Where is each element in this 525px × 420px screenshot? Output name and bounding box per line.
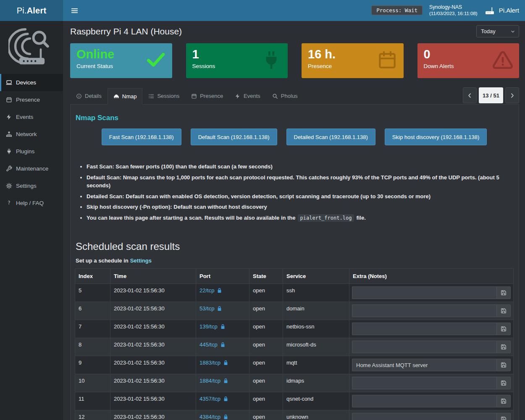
extra-cell (349, 356, 514, 374)
navbar: Process: Wait Synology-NAS (11/03/2023, … (63, 0, 525, 21)
save-note-button[interactable] (496, 395, 511, 407)
user-label: Pi.Alert (499, 7, 519, 14)
bolt-icon (235, 93, 241, 99)
save-note-button[interactable] (496, 377, 511, 389)
index-cell: 5 (75, 284, 110, 302)
note-input[interactable] (352, 413, 496, 420)
tab-presence[interactable]: Presence (185, 88, 229, 104)
scheduled-results-heading: Scheduled scan results (76, 241, 514, 252)
info-icon (76, 93, 82, 99)
save-note-button[interactable] (496, 304, 511, 317)
save-note-button[interactable] (496, 341, 511, 353)
sidebar-item-devices[interactable]: Devices (0, 74, 63, 91)
state-cell: open (249, 284, 283, 302)
note-input[interactable] (352, 395, 496, 407)
scan-info-item: Skip host discovery (-Pn option): Defaul… (87, 203, 514, 211)
sidebar-item-label: Events (16, 114, 33, 120)
state-cell: open (249, 392, 283, 410)
plug-icon (6, 148, 12, 155)
port-link[interactable]: 139/tcp (200, 323, 218, 330)
brand-logo[interactable]: Pi.Alert (0, 0, 63, 21)
scan-note: You can leave this page after starting a… (87, 214, 514, 222)
note-input[interactable] (352, 377, 496, 389)
period-select[interactable]: Today (476, 25, 519, 37)
save-note-button[interactable] (496, 359, 511, 371)
lock-icon (223, 378, 228, 383)
user-menu[interactable]: Pi.Alert (484, 5, 521, 16)
scan-button[interactable]: Default Scan (192.168.1.138) (191, 129, 277, 145)
column-header: Port (196, 269, 249, 284)
sidebar-item-help[interactable]: Help / FAQ (0, 194, 63, 212)
index-cell: 12 (75, 410, 110, 420)
index-cell: 7 (75, 320, 110, 338)
time-cell: 2023-01-02 15:56:30 (110, 320, 196, 338)
scan-button[interactable]: Skip host discovery (192.168.1.138) (385, 129, 487, 145)
ethernet-icon (113, 93, 119, 99)
time-cell: 2023-01-02 15:56:30 (110, 302, 196, 320)
port-link[interactable]: 53/tcp (200, 305, 214, 312)
scan-result-row: 7 2023-01-02 15:56:30 139/tcp open netbi… (75, 320, 514, 338)
port-cell: 445/tcp (196, 338, 249, 356)
sidebar-item-maintenance[interactable]: Maintenance (0, 160, 63, 177)
port-link[interactable]: 22/tcp (200, 287, 214, 294)
scan-result-row: 11 2023-01-02 15:56:30 4357/tcp open qsn… (75, 392, 514, 410)
tab-label: Nmap (122, 93, 137, 100)
sidebar-item-settings[interactable]: Settings (0, 177, 63, 194)
sidebar-item-label: Help / FAQ (16, 200, 44, 206)
scan-button[interactable]: Fast Scan (192.168.1.138) (102, 129, 181, 145)
tabs-row: Details Nmap Sessions Presence Events Ph… (70, 87, 519, 105)
save-note-button[interactable] (496, 413, 511, 420)
stat-card-sessions: 1 Sessions (186, 43, 288, 78)
sidebar-item-network[interactable]: Network (0, 126, 63, 143)
next-device-button[interactable] (505, 87, 519, 103)
port-link[interactable]: 445/tcp (200, 341, 218, 348)
column-header: State (249, 269, 283, 284)
port-cell: 1884/tcp (196, 374, 249, 392)
sidebar-item-plugins[interactable]: Plugins (0, 143, 63, 160)
lock-icon (217, 288, 222, 293)
note-input[interactable] (352, 323, 496, 335)
extra-cell (349, 374, 514, 392)
note-input[interactable] (352, 286, 496, 299)
host-info: Synology-NAS (11/03/2023, 16:11:08) (429, 4, 478, 17)
port-cell: 4357/tcp (196, 392, 249, 410)
schedule-hint: Set up a schedule inSettings (76, 257, 514, 264)
service-cell: mqtt (283, 356, 349, 374)
navbar-right: Process: Wait Synology-NAS (11/03/2023, … (371, 4, 521, 17)
port-link[interactable]: 1884/tcp (200, 378, 220, 384)
tab-sessions[interactable]: Sessions (142, 88, 185, 104)
save-note-button[interactable] (496, 286, 511, 299)
port-link[interactable]: 4357/tcp (200, 396, 220, 402)
tab-nmap[interactable]: Nmap (108, 88, 143, 105)
note-input[interactable] (352, 359, 496, 371)
scan-result-row: 10 2023-01-02 15:56:30 1884/tcp open idm… (75, 374, 514, 392)
floppy-icon (501, 326, 507, 332)
scan-result-row: 6 2023-01-02 15:56:30 53/tcp open domain (75, 302, 514, 320)
port-link[interactable]: 4384/tcp (200, 414, 220, 420)
settings-link[interactable]: Settings (130, 257, 152, 264)
note-input[interactable] (352, 341, 496, 353)
chevron-left-icon (467, 92, 473, 99)
sidebar-item-presence[interactable]: Presence (0, 91, 63, 108)
tab-pholus[interactable]: Pholus (266, 88, 304, 104)
floppy-icon (501, 416, 507, 420)
prev-device-button[interactable] (463, 87, 477, 103)
sidebar-item-events[interactable]: Events (0, 108, 63, 126)
tab-details[interactable]: Details (70, 88, 108, 104)
floppy-icon (501, 290, 507, 296)
service-cell: idmaps (283, 374, 349, 392)
floppy-icon (501, 344, 507, 350)
service-cell: domain (283, 302, 349, 320)
lock-icon (220, 342, 226, 347)
port-link[interactable]: 1883/tcp (200, 360, 220, 366)
sidebar: Devices Presence Events Network Plugins … (0, 21, 63, 420)
tab-events[interactable]: Events (229, 88, 266, 104)
extra-cell (349, 320, 514, 338)
scan-info-item: Detailed Scan: Default scan with enabled… (87, 193, 514, 201)
note-input[interactable] (352, 304, 496, 317)
scan-button[interactable]: Detailed Scan (192.168.1.138) (286, 129, 375, 145)
save-note-button[interactable] (496, 323, 511, 335)
app-window: Pi.Alert Process: Wait Synology-NAS (11/… (0, 0, 525, 420)
sidebar-toggle-button[interactable] (68, 4, 81, 17)
sidebar-item-label: Network (16, 131, 37, 137)
